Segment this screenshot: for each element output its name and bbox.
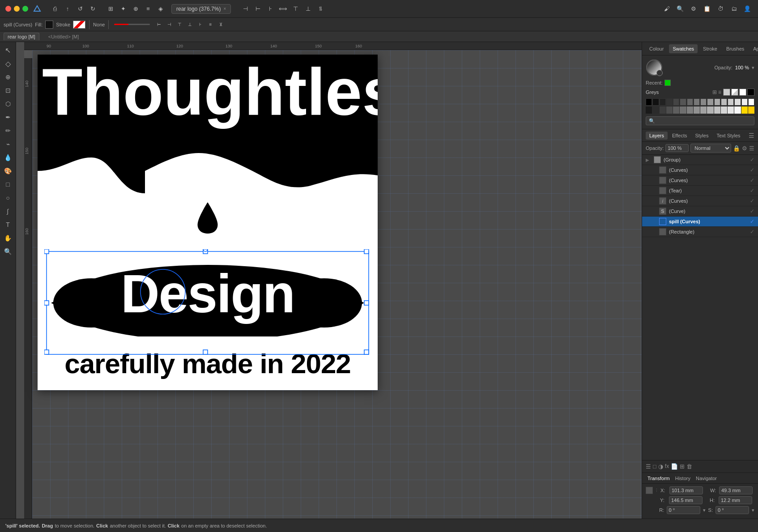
swatch-b3[interactable] — [707, 106, 713, 114]
layer-curves-1-item[interactable]: ▶ (Curves) ✓ — [642, 165, 758, 175]
swatch-a2[interactable] — [700, 106, 707, 114]
curve-tool[interactable]: ∫ — [2, 205, 14, 217]
brushes-tab[interactable]: Brushes — [723, 44, 748, 53]
r-input[interactable] — [667, 506, 700, 514]
swatch-222[interactable] — [660, 98, 666, 106]
canvas-content[interactable]: 140 150 160 Thoughtless — [24, 50, 642, 519]
minimize-button[interactable] — [14, 6, 20, 12]
swatch-yellow[interactable] — [748, 106, 754, 114]
layer-curve-s-visible-icon[interactable]: ✓ — [750, 208, 754, 214]
add-layer-icon[interactable]: □ — [653, 463, 656, 470]
swatch-4d[interactable] — [666, 106, 673, 114]
node-tool[interactable]: ◇ — [2, 57, 14, 70]
swatch-666[interactable] — [687, 98, 693, 106]
greys-grid-icon[interactable]: ⊞ — [712, 89, 717, 95]
swatch-search-input[interactable] — [646, 116, 754, 125]
assets-icon[interactable]: 🗂 — [728, 4, 739, 14]
swatch-d5[interactable] — [721, 106, 727, 114]
styles-tab[interactable]: Styles — [691, 132, 712, 140]
swatch-80[interactable] — [687, 106, 693, 114]
text-styles-tab[interactable]: Text Styles — [713, 132, 744, 140]
history-icon[interactable]: ⏱ — [715, 4, 726, 14]
fullscreen-button[interactable] — [22, 6, 28, 12]
swatch-3c[interactable] — [660, 106, 666, 114]
navigator-sub-tab[interactable]: Navigator — [694, 475, 719, 482]
close-button[interactable] — [5, 6, 11, 12]
stroke-swatch[interactable] — [73, 21, 85, 29]
zoom-canvas-tool[interactable]: 🔍 — [2, 245, 14, 258]
document-tab[interactable]: rear logo (376.7%) × — [171, 4, 231, 14]
r-dropdown[interactable]: ▾ — [703, 507, 706, 513]
layer-curves-2-visible-icon[interactable]: ✓ — [750, 177, 754, 183]
group-icon[interactable]: ⊞ — [680, 463, 685, 470]
x-input[interactable] — [669, 486, 703, 494]
recent-green-swatch[interactable] — [664, 80, 671, 86]
layer-tear-item[interactable]: ▶ (Tear) ✓ — [642, 186, 758, 196]
fill-swatch[interactable] — [45, 21, 53, 29]
align-icon-2[interactable]: ⊣ — [165, 20, 174, 29]
align-center-icon[interactable]: ⊢ — [252, 4, 263, 14]
align-icon-6[interactable]: ≡ — [206, 20, 215, 29]
swatch-f7[interactable] — [734, 106, 741, 114]
paint-tool[interactable]: 🎨 — [2, 165, 14, 177]
layer-rect-item[interactable]: ▶ (Rectangle) ✓ — [642, 227, 758, 237]
s-unit-dropdown[interactable]: ▾ — [752, 507, 754, 513]
w-input[interactable] — [719, 486, 753, 494]
swatch-bbb[interactable] — [721, 98, 727, 106]
colour-tab[interactable]: Colour — [646, 44, 667, 53]
layer-settings-icon[interactable]: ⚙ — [742, 145, 747, 152]
swatch-c4[interactable] — [714, 106, 720, 114]
delete-icon[interactable]: 🗑 — [686, 463, 692, 470]
grey-end-sw-4[interactable] — [747, 89, 754, 96]
swatch-ccc[interactable] — [728, 98, 734, 106]
distribute-h-icon[interactable]: ⟺ — [277, 4, 288, 14]
layer-rect-visible-icon[interactable]: ✓ — [750, 229, 754, 235]
settings-icon[interactable]: ⚙ — [688, 4, 699, 14]
pencil-tool[interactable]: ✏ — [2, 124, 14, 137]
undo-icon[interactable]: ↺ — [75, 4, 85, 14]
r-unit-dropdown[interactable]: ▾ — [703, 507, 706, 513]
layer-expand-icon[interactable]: ▶ — [646, 157, 651, 162]
layer-group-item[interactable]: ▶ (Group) ✓ — [642, 155, 758, 165]
grey-end-sw-3[interactable] — [739, 89, 746, 96]
swatch-91[interactable] — [694, 106, 700, 114]
transform-tool[interactable]: ⊕ — [2, 71, 14, 83]
new-doc-icon[interactable]: 📄 — [671, 463, 678, 470]
swatch-black[interactable] — [646, 98, 652, 106]
layer-curves-2-item[interactable]: ▶ (Curves) ✓ — [642, 175, 758, 186]
appearance-tab[interactable]: Appearance — [749, 44, 758, 53]
stroke-tab[interactable]: Stroke — [699, 44, 721, 53]
ellipse-tool[interactable]: ○ — [2, 192, 14, 204]
layer-group-visible-icon[interactable]: ✓ — [750, 157, 754, 163]
grid-icon[interactable]: ⊞ — [105, 4, 116, 14]
swatch-aaa[interactable] — [714, 98, 720, 106]
swatch-e6[interactable] — [728, 106, 734, 114]
share-icon[interactable]: ⎙ — [50, 4, 60, 14]
select-tool[interactable]: ↖ — [2, 44, 14, 56]
align-top-icon[interactable]: ⊤ — [290, 4, 301, 14]
align-left-icon[interactable]: ⊣ — [240, 4, 251, 14]
export-icon[interactable]: ↑ — [62, 4, 73, 14]
opacity-dropdown-icon[interactable]: ▾ — [752, 65, 754, 71]
swatch-999[interactable] — [707, 98, 713, 106]
grey-end-sw-2[interactable] — [731, 89, 738, 96]
canvas-area[interactable]: 90 100 110 120 130 140 150 160 140 150 1… — [16, 42, 642, 519]
untitled-tab[interactable]: <Untitled> [M] — [48, 34, 79, 39]
history-sub-tab[interactable]: History — [673, 475, 692, 482]
s-input[interactable] — [715, 506, 749, 514]
layers-tab[interactable]: Layers — [646, 132, 668, 140]
swatch-gold[interactable] — [741, 106, 748, 114]
align-icon[interactable]: ≡ — [143, 4, 153, 14]
swatch-111[interactable] — [652, 98, 659, 106]
layers-panel-options-icon[interactable]: ☰ — [749, 132, 754, 139]
mask-icon[interactable]: ◑ — [658, 463, 663, 470]
align-icon-7[interactable]: ⊻ — [216, 20, 225, 29]
layer-lock-icon[interactable]: 🔒 — [733, 145, 740, 152]
swatch-777[interactable] — [694, 98, 700, 106]
layer-curve-s-item[interactable]: ▶ S (Curve) ✓ — [642, 206, 758, 217]
swatch-ddd[interactable] — [734, 98, 741, 106]
eyedropper-tool[interactable]: 💧 — [2, 151, 14, 164]
fill-tool[interactable]: ⬡ — [2, 98, 14, 110]
text-tool[interactable]: T — [2, 218, 14, 231]
rect-tool[interactable]: □ — [2, 178, 14, 191]
